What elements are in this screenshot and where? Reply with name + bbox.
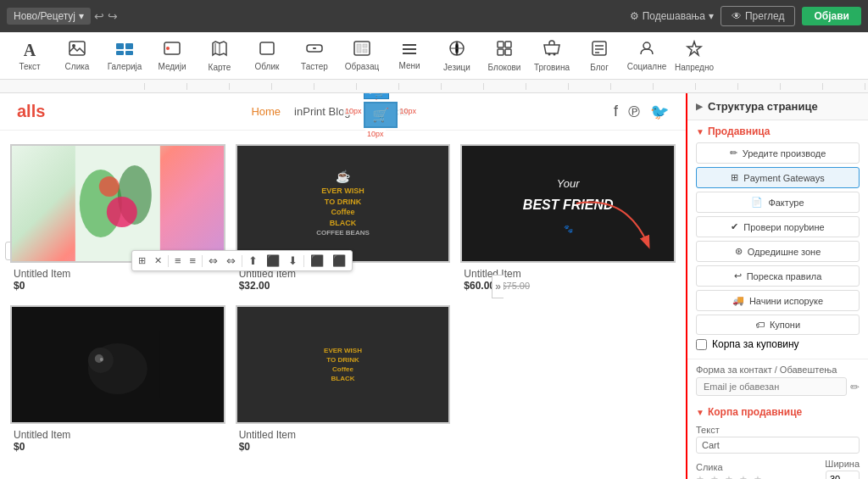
toolbar-media-label: Медиjи: [158, 62, 186, 71]
toolbar-blog[interactable]: Блог: [576, 35, 622, 77]
nav-home[interactable]: Home: [251, 105, 281, 118]
toolbar-social-label: Социалне: [627, 62, 667, 71]
svg-rect-5: [125, 51, 133, 55]
shipping-methods-button[interactable]: 🚚 Начини испоруке: [696, 290, 860, 311]
align-v1-btn[interactable]: ≡: [172, 253, 184, 269]
email-input[interactable]: [696, 377, 847, 396]
redo-button[interactable]: ↪: [108, 9, 118, 23]
email-row: ✏: [696, 377, 860, 396]
toolbar-maps[interactable]: Карте: [197, 35, 242, 77]
toolbar-media[interactable]: Медиjи: [149, 35, 195, 77]
product-card-4: Untitled Item $0: [10, 305, 225, 453]
check-orders-button[interactable]: ✔ Провери поруbине: [696, 216, 860, 237]
toolbar-shape[interactable]: Облик: [244, 35, 290, 77]
align-bot-btn[interactable]: ⬇: [286, 253, 300, 269]
product-art-text-5: EVER WISHTO DRINKCoffeeBLACK: [324, 346, 362, 384]
edit-products-button[interactable]: ✏ Уредите производе: [696, 142, 860, 164]
toolbar-image[interactable]: Слика: [54, 35, 100, 77]
product-price-value-5: $0: [239, 441, 250, 453]
toolbar-template[interactable]: Образац: [339, 35, 385, 77]
facebook-icon[interactable]: f: [614, 103, 618, 121]
invoices-button[interactable]: 📄 Фактуре: [696, 192, 860, 213]
check-orders-label: Провери поруbине: [743, 222, 824, 232]
svg-point-22: [548, 53, 551, 55]
blocks-icon: [496, 40, 513, 61]
cart-widget[interactable]: 🛒 10px 10px 10px 10px + 🛒: [364, 102, 398, 128]
tax-rules-button[interactable]: ↩ Пореска правила: [696, 265, 860, 287]
twitter-icon[interactable]: 🐦: [650, 103, 669, 121]
toolbar-button[interactable]: Тастер: [292, 35, 337, 77]
toolbar-social[interactable]: Социалне: [624, 35, 670, 77]
svg-rect-2: [116, 43, 124, 49]
settings-arrow-icon: ▾: [709, 10, 714, 22]
email-edit-button[interactable]: ✏: [850, 381, 860, 393]
cart-store-arrow-icon: ▼: [696, 408, 704, 417]
coupons-button[interactable]: 🏷 Купони: [696, 315, 860, 335]
align-left-btn[interactable]: ⊞: [136, 253, 148, 268]
page-structure-header[interactable]: ▶ Структура странице: [687, 93, 868, 120]
product-price-1: $0: [10, 280, 225, 292]
cart-icon: 🛒: [372, 107, 389, 123]
media-icon: [164, 41, 181, 60]
distribute2-btn[interactable]: ⬛: [330, 253, 348, 269]
pinterest-icon[interactable]: ℗: [626, 103, 642, 121]
svg-rect-21: [505, 49, 511, 55]
edit-products-label: Уредите производе: [743, 148, 826, 159]
cart-text-input[interactable]: [696, 437, 860, 454]
preview-button[interactable]: 👁 Преглед: [721, 6, 796, 26]
svg-point-33: [107, 197, 137, 227]
add-widget-btn[interactable]: + 🛒: [364, 93, 389, 99]
align-v2-btn[interactable]: ≡: [187, 253, 199, 269]
page-structure-section: ▶ Структура странице: [687, 93, 868, 120]
toolbar-text[interactable]: A Текст: [7, 35, 53, 77]
publish-button[interactable]: Објави: [802, 7, 861, 25]
star-2: ★: [710, 474, 721, 480]
toolbar-template-label: Образац: [345, 62, 379, 71]
nav-blog[interactable]: inPrint Blog: [294, 105, 350, 118]
invoices-label: Фактуре: [768, 198, 804, 208]
toolbar-languages[interactable]: Jезици: [434, 35, 480, 77]
toolbar-blocks[interactable]: Блокови: [481, 35, 527, 77]
undo-redo-group: ↩ ↪: [94, 9, 118, 23]
breadcrumb-button[interactable]: Ново/Рецетyj ▾: [7, 8, 91, 25]
cart-store-header[interactable]: ▼ Корпа продавнице: [696, 406, 860, 418]
store-section-header[interactable]: ▼ Продавница: [696, 125, 860, 137]
shipping-zones-label: Одредишне зоне: [748, 247, 821, 257]
align-center-btn[interactable]: ✕: [152, 253, 164, 268]
align-h2-btn[interactable]: ⇔: [224, 253, 238, 269]
cart-width-input[interactable]: [826, 471, 860, 479]
svg-rect-8: [260, 42, 274, 54]
coupon-icon: 🏷: [755, 320, 765, 330]
align-mid-btn[interactable]: ⬛: [264, 253, 282, 269]
panel-expand-button[interactable]: »: [492, 275, 504, 298]
cart-text-row: Текст: [696, 425, 860, 454]
shipping-zones-button[interactable]: ⊛ Одредишне зоне: [696, 241, 860, 262]
toolbar-store[interactable]: Трговина: [529, 35, 575, 77]
undo-button[interactable]: ↩: [94, 9, 104, 23]
product-price-value-2: $32.00: [239, 280, 270, 292]
toolbar-advanced[interactable]: Напредно: [671, 35, 717, 77]
distribute-btn[interactable]: ⬛: [308, 253, 326, 269]
toolbar-gallery[interactable]: Галерија: [102, 35, 147, 77]
toolbar-image-label: Слика: [65, 62, 90, 71]
product-title-5: Untitled Item: [236, 429, 451, 441]
star-3: ★: [725, 474, 735, 480]
align-top-btn[interactable]: ⬆: [246, 253, 260, 269]
advanced-icon: [685, 40, 704, 61]
toolbar-button-label: Тастер: [301, 62, 328, 71]
ruler: [0, 80, 868, 93]
align-toolbar: ⊞ ✕ ≡ ≡ ⇔ ⇔ ⬆ ⬛ ⬇ ⬛ ⬛: [131, 250, 353, 271]
page-structure-label: Структура странице: [708, 100, 818, 113]
shopping-cart-checkbox[interactable]: [696, 339, 707, 350]
gear-icon: ⚙: [630, 10, 639, 22]
star-5: ★: [754, 474, 764, 480]
margin-left-label: 10px: [343, 107, 364, 115]
template-icon: [353, 41, 370, 60]
settings-button[interactable]: ⚙ Подешавања ▾: [630, 10, 714, 22]
align-h1-btn[interactable]: ⇔: [206, 253, 220, 269]
languages-icon: [448, 40, 465, 61]
svg-rect-11: [357, 44, 361, 53]
toolbar-menu[interactable]: Мени: [387, 35, 432, 77]
svg-rect-3: [125, 43, 133, 49]
payment-gateways-button[interactable]: ⊞ Payment Gateways: [696, 167, 860, 188]
